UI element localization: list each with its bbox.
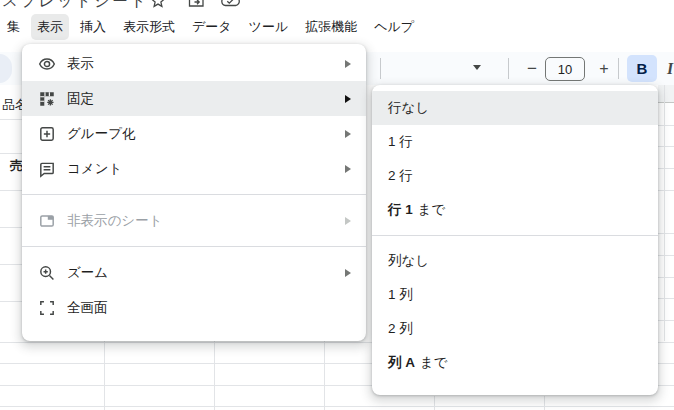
toolbar-separator: [380, 58, 381, 79]
menubar-item-view[interactable]: 表示: [31, 14, 69, 40]
menubar: 集 表示 挿入 表示形式 データ ツール 拡張機能 ヘルプ: [1, 13, 420, 40]
submenu-arrow-icon: [345, 165, 351, 173]
document-title[interactable]: スプレッドシート: [2, 0, 149, 12]
comment-icon: [37, 159, 56, 178]
menu-item-freeze[interactable]: 固定: [22, 81, 366, 116]
submenu-item-1-row[interactable]: 1 行: [372, 125, 658, 159]
grid-column-line: [544, 396, 545, 410]
submenu-item-2-rows[interactable]: 2 行: [372, 159, 658, 193]
menu-divider: [22, 194, 366, 195]
grid-line: [0, 227, 24, 228]
increase-font-size-button[interactable]: +: [594, 52, 614, 85]
menu-item-show[interactable]: 表示: [22, 46, 366, 81]
submenu-item-2-columns[interactable]: 2 列: [372, 312, 658, 346]
grid-line: [0, 406, 674, 407]
grid-line: [0, 264, 24, 265]
grid-line: [0, 301, 24, 302]
submenu-arrow-icon: [345, 269, 351, 277]
chevron-down-icon[interactable]: [473, 65, 481, 70]
eye-icon: [37, 54, 56, 73]
fullscreen-icon: [37, 298, 56, 317]
grid-line: [0, 190, 24, 191]
submenu-arrow-icon: [345, 217, 351, 225]
sheet-rows: [658, 104, 674, 341]
titlebar: スプレッドシート: [0, 0, 674, 14]
menubar-item-tools[interactable]: ツール: [243, 14, 295, 40]
grid-line: [0, 119, 24, 120]
sheet-right-sliver: [658, 84, 674, 341]
menu-item-comment[interactable]: コメント: [22, 151, 366, 186]
toolbar-separator: [618, 58, 619, 79]
view-menu-panel: 表示 固定 グループ化 コメント: [22, 44, 366, 341]
grid-column-line: [434, 396, 435, 410]
italic-button[interactable]: I: [659, 55, 674, 82]
submenu-arrow-icon: [345, 95, 351, 103]
menubar-item-help[interactable]: ヘルプ: [368, 14, 420, 40]
hidden-sheet-icon: [37, 211, 56, 230]
font-size-input[interactable]: 10: [545, 57, 585, 81]
menu-divider: [372, 235, 658, 236]
menu-item-zoom[interactable]: ズーム: [22, 255, 366, 290]
submenu-arrow-icon: [345, 60, 351, 68]
menu-item-hidden-sheets: 非表示のシート: [22, 203, 366, 238]
menubar-item-insert[interactable]: 挿入: [74, 14, 112, 40]
submenu-item-up-to-row-1[interactable]: 行 1 まで: [372, 193, 658, 227]
toolbar-separator: [508, 58, 509, 79]
menu-item-group[interactable]: グループ化: [22, 116, 366, 151]
grid-line: [0, 153, 24, 154]
submenu-item-no-rows[interactable]: 行なし: [372, 91, 658, 125]
folder-move-icon[interactable]: [188, 0, 205, 8]
cloud-check-icon: [220, 0, 241, 8]
menu-divider: [22, 246, 366, 247]
decrease-font-size-button[interactable]: −: [522, 52, 542, 85]
menu-item-fullscreen[interactable]: 全画面: [22, 290, 366, 325]
submenu-item-up-to-column-a[interactable]: 列 A まで: [372, 346, 658, 380]
star-icon[interactable]: [150, 0, 166, 9]
submenu-item-1-column[interactable]: 1 列: [372, 278, 658, 312]
menubar-item-format[interactable]: 表示形式: [117, 14, 181, 40]
menubar-item-data[interactable]: データ: [186, 14, 238, 40]
submenu-arrow-icon: [345, 130, 351, 138]
grid-column-line: [104, 341, 105, 410]
submenu-item-no-columns[interactable]: 列なし: [372, 244, 658, 278]
zoom-in-icon: [37, 263, 56, 282]
grid-column-line: [324, 341, 325, 410]
freeze-icon: [37, 89, 56, 108]
menubar-item-extensions[interactable]: 拡張機能: [299, 14, 363, 40]
menubar-item-edit-partial[interactable]: 集: [1, 14, 26, 40]
grid-column-line: [214, 341, 215, 410]
column-header-strip: [658, 84, 674, 103]
freeze-submenu-panel: 行なし 1 行 2 行 行 1 まで 列なし 1 列 2 列 列 A まで: [372, 85, 658, 395]
google-sheets-window: 品名 売 スプレッドシート 集 表示: [0, 0, 674, 410]
sheet-left-sliver: 品名 売: [0, 84, 24, 335]
bold-button[interactable]: B: [627, 55, 657, 82]
group-icon: [37, 124, 56, 143]
toolbar-left-pill[interactable]: [0, 54, 12, 83]
